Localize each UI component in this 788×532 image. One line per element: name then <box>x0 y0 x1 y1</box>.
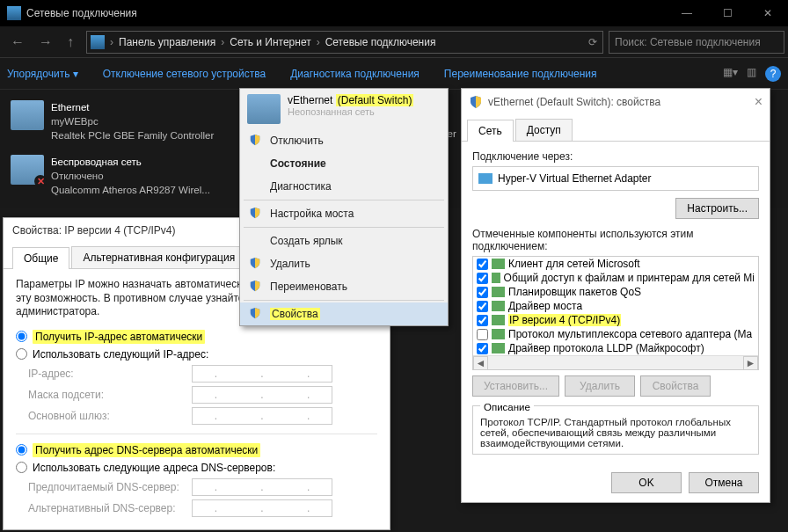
help-icon[interactable]: ? <box>765 66 781 82</box>
up-button[interactable]: ↑ <box>60 29 81 55</box>
minimize-button[interactable]: — <box>667 0 707 26</box>
gateway-label: Основной шлюз: <box>28 410 186 422</box>
radio[interactable] <box>16 331 27 342</box>
disable-device-link[interactable]: Отключение сетевого устройства <box>103 68 266 80</box>
window-title: Сетевые подключения <box>26 7 137 19</box>
checkbox[interactable] <box>477 273 488 284</box>
description-group: Описание Протокол TCP/IP. Стандартный пр… <box>472 405 759 455</box>
radio-auto-dns[interactable]: Получить адрес DNS-сервера автоматически <box>16 443 377 457</box>
components-list[interactable]: Клиент для сетей Microsoft Общий доступ … <box>472 256 759 370</box>
folder-icon <box>91 35 105 49</box>
subnet-label: Маска подсети: <box>28 389 186 401</box>
refresh-icon[interactable]: ⟳ <box>583 36 602 48</box>
ip-address-label: IP-адрес: <box>28 368 186 380</box>
tab-alt-config[interactable]: Альтернативная конфигурация <box>71 246 246 268</box>
shield-icon <box>469 95 483 109</box>
radio[interactable] <box>16 348 27 360</box>
ctx-state[interactable]: Состояние <box>240 152 448 175</box>
scrollbar[interactable]: ◄► <box>473 355 758 370</box>
shield-icon <box>249 307 261 319</box>
list-item: Клиент для сетей Microsoft <box>473 257 758 271</box>
list-item: Общий доступ к файлам и принтерам для се… <box>473 271 758 285</box>
properties-dialog: vEthernet (Default Switch): свойства × С… <box>461 88 770 503</box>
cancel-button[interactable]: Отмена <box>689 472 759 493</box>
command-bar: Упорядочить ▾ Отключение сетевого устрой… <box>0 58 788 90</box>
organize-dropdown[interactable]: Упорядочить ▾ <box>7 68 78 80</box>
connection-item-wifi[interactable]: Беспроводная сеть Отключено Qualcomm Ath… <box>11 155 239 197</box>
ctx-diag[interactable]: Диагностика <box>240 175 448 198</box>
install-button[interactable]: Установить... <box>472 375 559 397</box>
connection-item-vethernet[interactable]: vEthernet (Default Switch) Неопознанная … <box>240 89 448 129</box>
alt-dns-label: Альтернативный DNS-сервер: <box>28 502 186 514</box>
list-item: Планировщик пакетов QoS <box>473 285 758 299</box>
network-icon <box>11 100 44 130</box>
tab-network[interactable]: Сеть <box>467 120 514 142</box>
ctx-shortcut[interactable]: Создать ярлык <box>240 230 448 252</box>
pref-dns-label: Предпочитаемый DNS-сервер: <box>28 481 186 493</box>
breadcrumb-seg[interactable]: Сетевые подключения <box>322 36 440 48</box>
ok-button[interactable]: OK <box>611 472 682 493</box>
adapter-icon <box>478 173 492 184</box>
address-bar[interactable]: › Панель управления › Сеть и Интернет › … <box>86 31 603 54</box>
breadcrumb-seg[interactable]: Сеть и Интернет <box>226 36 314 48</box>
close-button[interactable]: ✕ <box>748 0 788 26</box>
shield-icon <box>249 280 261 292</box>
ctx-rename[interactable]: Переименовать <box>240 275 448 298</box>
configure-button[interactable]: Настроить... <box>675 198 759 219</box>
checkbox[interactable] <box>477 315 488 326</box>
radio-manual-dns[interactable]: Использовать следующие адреса DNS-сервер… <box>16 462 377 474</box>
window-titlebar: Сетевые подключения — ☐ ✕ <box>0 0 788 26</box>
tab-general[interactable]: Общие <box>12 247 69 269</box>
connection-sub: Неопознанная сеть <box>288 106 413 117</box>
connection-name-highlight: (Default Switch) <box>336 94 414 106</box>
checkbox[interactable] <box>477 287 488 298</box>
view-icon[interactable]: ▦▾ <box>723 66 738 82</box>
rename-link[interactable]: Переименование подключения <box>444 68 597 80</box>
network-icon <box>11 155 44 185</box>
shield-icon <box>249 134 261 146</box>
search-input[interactable]: Поиск: Сетевые подключения <box>609 31 784 54</box>
label: Отмеченные компоненты используются этим … <box>472 228 759 252</box>
list-item: Драйвер моста <box>473 299 758 313</box>
preview-icon[interactable]: ▥ <box>747 66 756 82</box>
label: Подключение через: <box>472 150 759 163</box>
description-text: Протокол TCP/IP. Стандартный протокол гл… <box>480 417 751 448</box>
properties-button[interactable]: Свойства <box>640 375 711 397</box>
checkbox[interactable] <box>477 301 488 312</box>
alt-dns-field[interactable]: ... <box>192 499 332 517</box>
connection-name: Ethernet <box>51 100 214 114</box>
ip-address-field[interactable]: ... <box>192 365 332 383</box>
subnet-field[interactable]: ... <box>192 386 332 404</box>
adapter-name: Hyper-V Virtual Ethernet Adapter <box>498 172 652 185</box>
back-button[interactable]: ← <box>4 29 32 55</box>
app-icon <box>7 6 21 20</box>
navigation-bar: ← → ↑ › Панель управления › Сеть и Интер… <box>0 26 788 58</box>
ctx-disable[interactable]: Отключить <box>240 129 448 152</box>
list-item: Драйвер протокола LLDP (Майкрософт) <box>473 341 758 355</box>
adapter-box: Hyper-V Virtual Ethernet Adapter <box>472 166 759 191</box>
breadcrumb-seg[interactable]: Панель управления <box>115 36 219 48</box>
radio-auto-ip[interactable]: Получить IP-адрес автоматически <box>16 330 377 344</box>
gateway-field[interactable]: ... <box>192 407 332 425</box>
connection-sub: Qualcomm Atheros AR9287 Wirel... <box>51 183 210 197</box>
radio[interactable] <box>16 444 27 455</box>
list-item: IP версии 4 (TCP/IPv4) <box>473 313 758 327</box>
checkbox[interactable] <box>477 259 488 270</box>
checkbox[interactable] <box>477 343 488 354</box>
checkbox[interactable] <box>477 329 488 340</box>
connection-sub: Realtek PCIe GBE Family Controller <box>51 128 214 142</box>
radio[interactable] <box>16 462 27 473</box>
radio-manual-ip[interactable]: Использовать следующий IP-адрес: <box>16 348 377 361</box>
diagnose-link[interactable]: Диагностика подключения <box>290 68 420 80</box>
close-icon[interactable]: × <box>755 94 762 110</box>
ctx-delete[interactable]: Удалить <box>240 252 448 275</box>
remove-button[interactable]: Удалить <box>565 375 635 397</box>
maximize-button[interactable]: ☐ <box>707 0 748 26</box>
connection-item-ethernet[interactable]: Ethernet myWEBpc Realtek PCIe GBE Family… <box>11 100 239 142</box>
forward-button[interactable]: → <box>32 29 60 55</box>
pref-dns-field[interactable]: ... <box>192 478 332 496</box>
ctx-properties[interactable]: Свойства <box>240 302 448 325</box>
ctx-bridge[interactable]: Настройка моста <box>240 202 448 225</box>
tab-access[interactable]: Доступ <box>515 119 573 141</box>
connection-sub: Отключено <box>51 169 210 183</box>
